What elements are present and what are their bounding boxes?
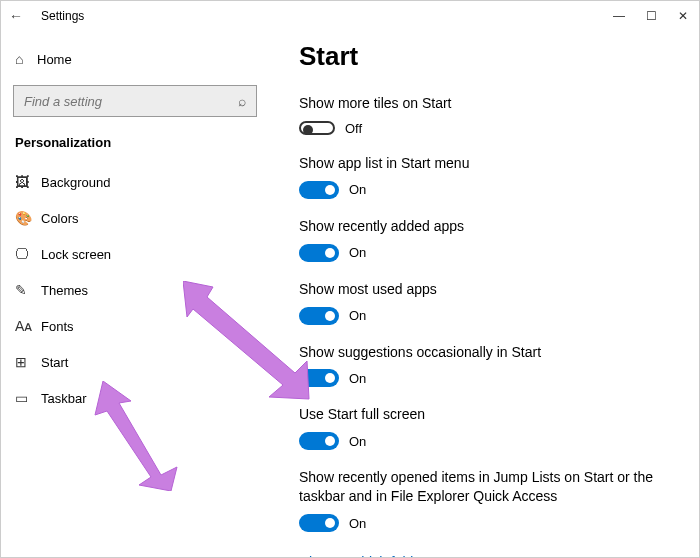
sidebar: ⌂ Home ⌕ Personalization 🖼 Background 🎨 … bbox=[1, 1, 269, 557]
sidebar-item-label: Start bbox=[41, 355, 68, 370]
sidebar-item-label: Colors bbox=[41, 211, 79, 226]
toggle-state: On bbox=[349, 371, 366, 386]
back-button[interactable]: ← bbox=[1, 8, 31, 24]
setting-fullscreen: Use Start full screen On bbox=[299, 405, 675, 450]
page-heading: Start bbox=[299, 41, 675, 72]
setting-label: Use Start full screen bbox=[299, 405, 675, 424]
setting-label: Show recently opened items in Jump Lists… bbox=[299, 468, 675, 506]
search-box[interactable]: ⌕ bbox=[13, 85, 257, 117]
toggle-state: On bbox=[349, 516, 366, 531]
setting-label: Show most used apps bbox=[299, 280, 675, 299]
sidebar-item-label: Background bbox=[41, 175, 110, 190]
sidebar-item-lockscreen[interactable]: 🖵 Lock screen bbox=[1, 236, 269, 272]
image-icon: 🖼 bbox=[15, 174, 41, 190]
setting-label: Show recently added apps bbox=[299, 217, 675, 236]
taskbar-icon: ▭ bbox=[15, 390, 41, 406]
toggle-suggestions[interactable] bbox=[299, 369, 339, 387]
sidebar-item-label: Themes bbox=[41, 283, 88, 298]
toggle-jump-lists[interactable] bbox=[299, 514, 339, 532]
toggle-state: On bbox=[349, 434, 366, 449]
setting-most-used: Show most used apps On bbox=[299, 280, 675, 325]
search-icon: ⌕ bbox=[238, 93, 246, 109]
window-title: Settings bbox=[31, 9, 84, 23]
sidebar-item-taskbar[interactable]: ▭ Taskbar bbox=[1, 380, 269, 416]
choose-folders-link[interactable]: Choose which folders appear on Start bbox=[299, 554, 533, 557]
close-button[interactable]: ✕ bbox=[667, 1, 699, 31]
window-controls: — ☐ ✕ bbox=[603, 1, 699, 31]
toggle-state: Off bbox=[345, 121, 362, 136]
start-icon: ⊞ bbox=[15, 354, 41, 370]
toggle-show-app-list[interactable] bbox=[299, 181, 339, 199]
sidebar-item-start[interactable]: ⊞ Start bbox=[1, 344, 269, 380]
minimize-button[interactable]: — bbox=[603, 1, 635, 31]
palette-icon: 🎨 bbox=[15, 210, 41, 226]
setting-suggestions: Show suggestions occasionally in Start O… bbox=[299, 343, 675, 388]
sidebar-item-fonts[interactable]: Aᴀ Fonts bbox=[1, 308, 269, 344]
toggle-state: On bbox=[349, 182, 366, 197]
themes-icon: ✎ bbox=[15, 282, 41, 298]
main-content: Start Show more tiles on Start Off Show … bbox=[269, 1, 699, 557]
toggle-most-used[interactable] bbox=[299, 307, 339, 325]
sidebar-item-label: Taskbar bbox=[41, 391, 87, 406]
setting-recently-added: Show recently added apps On bbox=[299, 217, 675, 262]
setting-label: Show app list in Start menu bbox=[299, 154, 675, 173]
category-header: Personalization bbox=[1, 135, 269, 164]
sidebar-item-colors[interactable]: 🎨 Colors bbox=[1, 200, 269, 236]
toggle-fullscreen[interactable] bbox=[299, 432, 339, 450]
search-input[interactable] bbox=[24, 94, 238, 109]
sidebar-item-themes[interactable]: ✎ Themes bbox=[1, 272, 269, 308]
sidebar-item-background[interactable]: 🖼 Background bbox=[1, 164, 269, 200]
setting-label: Show more tiles on Start bbox=[299, 94, 675, 113]
maximize-button[interactable]: ☐ bbox=[635, 1, 667, 31]
home-icon: ⌂ bbox=[15, 51, 37, 67]
sidebar-item-label: Fonts bbox=[41, 319, 74, 334]
setting-show-app-list: Show app list in Start menu On bbox=[299, 154, 675, 199]
home-label: Home bbox=[37, 52, 72, 67]
sidebar-item-label: Lock screen bbox=[41, 247, 111, 262]
setting-label: Show suggestions occasionally in Start bbox=[299, 343, 675, 362]
setting-jump-lists: Show recently opened items in Jump Lists… bbox=[299, 468, 675, 532]
fonts-icon: Aᴀ bbox=[15, 318, 41, 334]
toggle-state: On bbox=[349, 245, 366, 260]
setting-show-more-tiles: Show more tiles on Start Off bbox=[299, 94, 675, 136]
toggle-show-more-tiles[interactable] bbox=[299, 121, 335, 135]
lockscreen-icon: 🖵 bbox=[15, 246, 41, 262]
home-nav[interactable]: ⌂ Home bbox=[1, 43, 269, 75]
toggle-recently-added[interactable] bbox=[299, 244, 339, 262]
toggle-state: On bbox=[349, 308, 366, 323]
titlebar: ← Settings bbox=[1, 1, 699, 31]
